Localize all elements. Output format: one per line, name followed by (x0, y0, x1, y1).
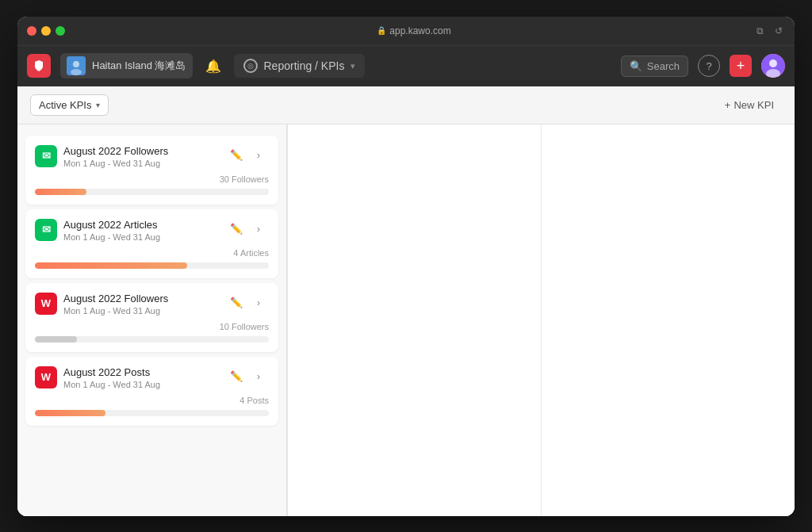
titlebar-actions: ⧉ ↺ (753, 25, 785, 37)
search-icon: 🔍 (630, 60, 642, 72)
new-kpi-button[interactable]: + New KPI (717, 95, 782, 115)
kpi-title: August 2022 Articles (63, 219, 160, 231)
kpi-progress-fill (35, 410, 105, 416)
lock-icon: 🔒 (377, 26, 386, 35)
kpi-list-item[interactable]: ✉ August 2022 Followers Mon 1 Aug - Wed … (25, 136, 278, 205)
kpi-count: 4 Articles (35, 248, 269, 258)
edit-icon[interactable]: ✏️ (226, 219, 247, 239)
new-kpi-label: New KPI (733, 99, 774, 111)
kpi-title: August 2022 Posts (63, 366, 160, 378)
svg-point-1 (73, 61, 79, 67)
kpi-chart-pane (542, 124, 795, 516)
kpi-list: ✉ August 2022 Followers Mon 1 Aug - Wed … (17, 124, 287, 516)
kpi-count: 30 Followers (35, 174, 269, 184)
edit-icon[interactable]: ✏️ (226, 145, 247, 166)
edit-icon[interactable]: ✏️ (226, 366, 247, 387)
app-window: 🔒 app.kawo.com ⧉ ↺ Haitan Island 海滩岛 (17, 17, 795, 516)
url-text: app.kawo.com (389, 25, 450, 36)
app-logo[interactable] (27, 54, 51, 78)
breadcrumb-label: Reporting / KPIs (264, 59, 345, 72)
url-bar: 🔒 app.kawo.com (75, 25, 753, 36)
kpi-date: Mon 1 Aug - Wed 31 Aug (63, 380, 160, 389)
chevron-down-icon: ▾ (350, 61, 355, 71)
kpi-detail-pane (288, 124, 541, 516)
kpi-list-item[interactable]: W August 2022 Posts Mon 1 Aug - Wed 31 A… (25, 357, 278, 426)
reporting-icon: ◎ (243, 59, 258, 73)
arrow-right-icon[interactable]: › (248, 293, 269, 313)
kpi-list-item[interactable]: W August 2022 Followers Mon 1 Aug - Wed … (25, 283, 278, 352)
breadcrumb[interactable]: ◎ Reporting / KPIs ▾ (234, 54, 366, 78)
navbar: Haitan Island 海滩岛 🔔 ◎ Reporting / KPIs ▾… (17, 45, 795, 86)
notifications-bell[interactable]: 🔔 (202, 55, 224, 77)
wechat-icon: ✉ (35, 219, 57, 241)
edit-icon[interactable]: ✏️ (226, 293, 247, 313)
kpi-date: Mon 1 Aug - Wed 31 Aug (63, 306, 168, 316)
wechat-icon: ✉ (35, 145, 57, 167)
kpi-date: Mon 1 Aug - Wed 31 Aug (63, 232, 160, 242)
workspace-name: Haitan Island 海滩岛 (92, 59, 186, 73)
filter-dropdown[interactable]: Active KPIs ▾ (30, 94, 109, 116)
user-avatar[interactable] (761, 54, 785, 78)
maximize-button[interactable] (56, 26, 65, 36)
workspace-selector[interactable]: Haitan Island 海滩岛 (60, 53, 193, 78)
kpi-progress-fill (35, 262, 187, 269)
arrow-right-icon[interactable]: › (248, 366, 269, 387)
traffic-lights (27, 26, 65, 36)
kpi-progress-bar (35, 262, 269, 269)
minimize-button[interactable] (41, 26, 51, 36)
kpi-count: 4 Posts (35, 396, 269, 405)
search-label: Search (647, 60, 680, 72)
kpi-list-item[interactable]: ✉ August 2022 Articles Mon 1 Aug - Wed 3… (25, 209, 278, 278)
help-button[interactable]: ? (698, 55, 720, 77)
refresh-icon[interactable]: ↺ (772, 25, 785, 37)
weibo-icon: W (35, 293, 57, 315)
kpi-progress-bar (35, 189, 269, 195)
filter-label: Active KPIs (39, 99, 91, 111)
kpi-progress-bar (35, 336, 269, 343)
svg-point-2 (71, 69, 82, 75)
help-icon: ? (706, 60, 711, 72)
titlebar: 🔒 app.kawo.com ⧉ ↺ (17, 17, 795, 45)
workspace-avatar (67, 56, 86, 75)
kpi-count: 10 Followers (35, 322, 269, 331)
kpi-progress-bar (35, 410, 269, 416)
toolbar: Active KPIs ▾ + New KPI (17, 86, 795, 124)
main-content: ✉ August 2022 Followers Mon 1 Aug - Wed … (17, 124, 795, 516)
create-button[interactable]: + (730, 55, 752, 77)
kpi-progress-fill (35, 336, 77, 343)
arrow-right-icon[interactable]: › (248, 145, 269, 166)
kpi-progress-fill (35, 189, 86, 195)
kpi-title: August 2022 Followers (63, 293, 168, 304)
chevron-down-icon: ▾ (96, 101, 100, 109)
kpi-title: August 2022 Followers (63, 145, 168, 157)
plus-icon: + (725, 99, 731, 111)
kpi-date: Mon 1 Aug - Wed 31 Aug (63, 159, 168, 168)
close-button[interactable] (27, 26, 36, 36)
weibo-icon: W (35, 366, 57, 388)
search-bar[interactable]: 🔍 Search (621, 55, 688, 77)
plus-icon: + (737, 58, 745, 75)
svg-point-4 (769, 59, 777, 67)
screen-share-icon[interactable]: ⧉ (753, 25, 766, 37)
arrow-right-icon[interactable]: › (248, 219, 269, 239)
